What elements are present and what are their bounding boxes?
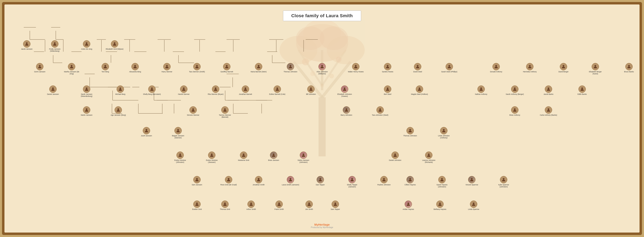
person-sam_tepper[interactable]: Sam Tepper <box>326 201 344 210</box>
person-roos_smit[interactable]: Roos Smit (de Graaf) <box>220 176 238 186</box>
avatar-tom_berg <box>102 63 109 70</box>
person-magda_steel[interactable]: Magda Steel (Holless) <box>410 85 428 95</box>
person-brian_anthony[interactable]: Brian Anthony <box>506 106 524 116</box>
person-arthur_smith[interactable]: Arthur Smith <box>242 201 260 210</box>
avatar-marianne_smit <box>240 152 247 159</box>
person-evelyn_mostow2[interactable]: Evelyn Mostow (Janssen) <box>203 152 221 163</box>
person-tom_berg[interactable]: Tom Berg <box>96 63 114 73</box>
svg-point-127 <box>146 129 147 131</box>
person-walter_howes[interactable]: Walter Henry Howes <box>347 63 365 73</box>
person-jacob_banks[interactable]: Jacob Banks <box>539 85 558 95</box>
name-linda_johnston: Linda Johnston (Anthony) <box>435 135 453 139</box>
person-martha_janssen[interactable]: Martha Janssen (de Jong) <box>62 63 81 75</box>
person-marianne_smit[interactable]: Marianne Smit <box>234 152 253 161</box>
avatar-nathan_anthony <box>478 85 485 93</box>
person-geoffrey_barnett[interactable]: Geoffrey Barnett <box>218 63 236 73</box>
person-alexandra_berg[interactable]: Alexandra Berg <box>126 63 144 73</box>
person-gerrit_janssen[interactable]: Gerrit Janssen <box>31 63 49 73</box>
name-martha_janssen: Martha Janssen (de Jong) <box>62 71 81 75</box>
person-leanne_johnston[interactable]: Leanne Johnston (Richards) <box>420 152 438 163</box>
name-thomas_johnston: Thomas Johnston <box>284 71 297 73</box>
person-dan_tepper[interactable]: Dan Tepper <box>311 176 330 186</box>
svg-point-122 <box>224 108 226 110</box>
person-amber_haynes[interactable]: Amber Haynes <box>399 201 418 210</box>
person-berl_steel[interactable]: Berl Steel <box>378 85 397 95</box>
avatar-kylie_sparrow <box>500 176 507 183</box>
person-beppie_janssen[interactable]: Beppie Janssen (Stenner) <box>169 127 187 139</box>
person-tara_stenner[interactable]: Tara Stenner (Smith) <box>188 63 206 73</box>
name-alexandra_berg: Alexandra Berg <box>129 71 141 73</box>
person-age_janssen[interactable]: Age Janssen (Berg) <box>109 106 128 116</box>
person-vincent_sparrow[interactable]: Vincent Sparrow <box>463 176 481 186</box>
avatar-thomas_johnston <box>287 63 294 70</box>
avatar-tara_johnston <box>376 106 384 114</box>
svg-point-103 <box>52 87 54 89</box>
person-bill_johnston[interactable]: Bill Johnston <box>302 85 320 95</box>
person-rita_stenner[interactable]: Rita Stenner (Bryan) <box>206 85 225 95</box>
name-edith_banks: Edith Banks <box>578 93 586 95</box>
person-sarah_anthony[interactable]: Sarah Anthony (Berger) <box>506 85 524 95</box>
person-jozef_janssen[interactable]: Jozef Janssen <box>137 127 156 137</box>
person-jacob_janssen[interactable]: Jacob Janssen <box>18 40 36 50</box>
person-freda_janssen[interactable]: Freda Janssen (Wittenberg) <box>46 40 64 52</box>
person-evelyn_mostow[interactable]: Evelyn Mostow (Johnston) <box>171 152 189 163</box>
person-daniel_johnston[interactable]: Daniel Johnston <box>386 152 404 161</box>
person-shelly_tepper[interactable]: Shelly Tepper (Janssen) <box>343 176 361 188</box>
person-harry_stenner[interactable]: Harry Stenner <box>158 63 176 73</box>
person-thomas_smit[interactable]: Thomas Smit <box>216 201 234 210</box>
person-sarah_haynes[interactable]: Sarah Haynes (Johnston) <box>433 176 451 188</box>
person-tammy_stenner[interactable]: Tammy Stenner (Barnett) <box>216 106 234 118</box>
avatar-frank_smith <box>276 201 283 208</box>
name-sarah_steel: Sarah Steel (Phillips) <box>441 71 457 73</box>
person-barry_johnston[interactable]: Barry Johnston <box>337 106 356 116</box>
person-brian_janssen[interactable]: Brian Janssen <box>264 152 283 161</box>
person-david_berger[interactable]: David Berger <box>554 63 572 73</box>
person-daniel_janssen[interactable]: Daniel Janssen <box>44 85 62 95</box>
person-henrietta_anthony[interactable]: Henrietta Anthony <box>521 63 539 73</box>
name-bethany_haynes: Bethany Haynes <box>434 208 446 210</box>
person-harold_stenner[interactable]: Harold Stenner <box>175 85 193 95</box>
person-david_steel[interactable]: David Steel <box>408 63 427 73</box>
person-sandra_howes[interactable]: Sandra Howes <box>378 63 397 73</box>
person-linda_johnston[interactable]: Linda Johnston (Anthony) <box>435 127 453 139</box>
person-simone_stenner[interactable]: Simone Stenner <box>184 106 202 116</box>
person-elisabeth_berger[interactable]: Elisabeth Berger (Kaine) <box>586 63 604 75</box>
person-donald_anthony[interactable]: Donald Anthony <box>487 63 505 73</box>
person-debra_janssen[interactable]: Debra Janssen (Johnston) <box>294 152 312 163</box>
person-sarah_steel[interactable]: Sarah Steel (Phillips) <box>440 63 458 73</box>
person-pauline_johnston[interactable]: Pauline Johnston <box>375 176 393 186</box>
person-maria_barnett[interactable]: Maria Barnett (Stein) <box>250 63 268 73</box>
person-jon_smith[interactable]: Jon Smith <box>300 201 318 210</box>
person-michael_berg[interactable]: Michael Berg <box>111 85 130 95</box>
person-esther_barnett[interactable]: Esther Barnett (Cole) <box>268 85 286 95</box>
person-bethany_haynes[interactable]: Bethany Haynes <box>431 201 449 210</box>
person-nathan_anthony[interactable]: Nathan Anthony <box>472 85 490 95</box>
person-jonathan_smith[interactable]: Jonathan Smith <box>250 176 268 186</box>
person-clifton_haynes[interactable]: Clifton Haynes <box>401 176 419 186</box>
person-kylie_sparrow[interactable]: Kylie Sparrow (Johnston) <box>494 176 513 188</box>
person-martin_janssen[interactable]: Martin Janssen <box>78 106 96 116</box>
person-thomas_johnston2[interactable]: Thomas Johnston <box>401 127 419 137</box>
person-shelly_berg[interactable]: Shelly Berg (Bernstein) <box>143 85 161 95</box>
person-alice_johnston[interactable]: Alice Johnston (Williams) <box>313 63 331 75</box>
person-frank_smith[interactable]: Frank Smith <box>270 201 288 210</box>
avatar-harold_stenner <box>180 85 188 93</box>
person-linda_sparrow[interactable]: Linda Sparrow <box>464 201 483 210</box>
person-elizabeth_johnston[interactable]: Elizabeth Johnston (Howes) <box>336 85 354 97</box>
person-tara_johnston[interactable]: Tara Johnston (Steel) <box>371 106 389 116</box>
person-laura_smith[interactable]: Laura Smith (Janssen) <box>281 176 300 186</box>
svg-point-82 <box>86 42 88 44</box>
person-sarah_janssen[interactable]: Sarah Janssen (Weerdenburg) <box>78 85 96 97</box>
person-sam_janssen[interactable]: Sam Janssen <box>188 176 206 186</box>
avatar-clifton_haynes <box>406 176 414 183</box>
person-anton_de_jong[interactable]: Anton de Jong <box>78 40 96 50</box>
avatar-tammy_stenner <box>221 106 228 114</box>
person-carla_anthony[interactable]: Carla Anthony (Banks) <box>539 106 558 116</box>
title-box: Close family of Laura Smith <box>283 10 361 21</box>
person-elizabeth_smit[interactable]: Elizabeth Smit (Wijsse) <box>106 40 124 50</box>
person-jonathan_barnett[interactable]: Jonathan Barnett <box>236 85 254 95</box>
person-thomas_johnston[interactable]: Thomas Johnston <box>281 63 300 73</box>
person-edith_banks[interactable]: Edith Banks <box>573 85 591 95</box>
person-evelien_smit[interactable]: Evelien Smit <box>188 201 206 210</box>
person-bruce_banks[interactable]: Bruce Banks <box>620 63 638 73</box>
